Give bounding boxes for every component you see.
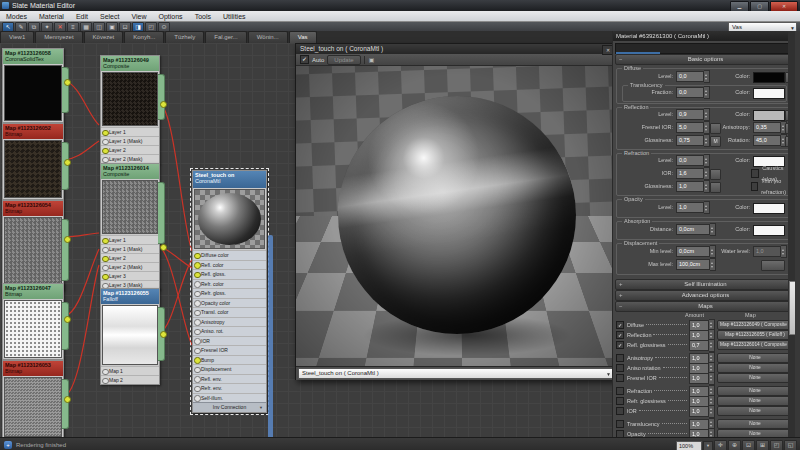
zoom-extents-selected-icon[interactable]: ◰ [770,440,783,450]
menu-utilities[interactable]: Utilities [217,13,252,20]
node-slot[interactable]: Layer 1 (Mask) [101,136,159,145]
output-connector[interactable] [64,159,71,166]
menu-edit[interactable]: Edit [70,13,94,20]
menu-modes[interactable]: Modes [0,13,33,20]
map-slot-button[interactable]: None [717,386,793,396]
output-tab[interactable] [62,219,69,281]
node-bitmap-54[interactable]: Map #1123126054 Bitmap [2,200,64,291]
status-icon[interactable]: + [4,441,12,449]
output-connector[interactable] [160,331,167,338]
tab-kovezet[interactable]: Kövezet [84,31,124,43]
hide-unused-slots-icon[interactable]: ◨ [132,22,144,32]
tab-vas[interactable]: Vas [289,31,317,43]
node-slot[interactable]: Diffuse color [193,250,266,260]
input-connector[interactable] [194,367,201,374]
node-footer-dropdown[interactable]: Inv Connection▼ [193,402,266,412]
spinner[interactable] [704,154,710,167]
reflection-glossiness-field[interactable]: 0,75 [676,136,710,145]
translucency-fraction-field[interactable]: 0,0 [676,88,710,97]
output-tab[interactable] [158,182,165,244]
window-titlebar[interactable]: Slate Material Editor ▁ ▢ ✕ [0,0,800,11]
output-tab[interactable] [158,74,165,120]
zoom-icon[interactable]: ⊕ [728,440,741,450]
translucency-color-swatch[interactable] [753,88,785,99]
panel-scrollbar[interactable] [788,31,795,437]
opacity-color-swatch[interactable] [753,203,785,214]
input-connector[interactable] [194,310,201,317]
map-slot-button[interactable]: None [717,396,793,406]
reflection-color-swatch[interactable] [753,110,785,121]
map-checkbox[interactable] [616,321,624,329]
output-connector[interactable] [160,244,167,251]
input-connector[interactable] [194,253,201,260]
node-slot[interactable]: Refl. env. [193,374,266,384]
input-connector[interactable] [194,395,201,402]
menu-options[interactable]: Options [153,13,189,20]
input-connector[interactable] [194,386,201,393]
opacity-level-field[interactable]: 1,0 [676,203,710,212]
node-coronasolidtex[interactable]: Map #1123126058 CoronaSolidTex [2,48,64,123]
output-connector[interactable] [64,236,71,243]
map-slot-button[interactable]: Map #1123126055 ( Falloff ) [717,330,793,340]
rollout-advanced-options[interactable]: +Advanced options [615,290,796,301]
spinner[interactable] [709,372,715,385]
diffuse-color-swatch[interactable] [753,72,785,83]
caustics-checkbox[interactable] [751,169,759,178]
node-slot[interactable]: Layer 2 (Mask) [101,154,159,163]
output-connector[interactable] [64,396,71,403]
output-tab[interactable] [62,379,69,429]
material-selector-dropdown[interactable]: Steel_touch on ( CoronaMtl ) ▼ [298,368,614,379]
preview-titlebar[interactable]: Steel_touch on ( CoronaMtl ) ✕ [296,44,616,54]
input-connector[interactable] [194,376,201,383]
map-slot-button[interactable]: None [717,363,793,373]
output-tab[interactable] [62,302,69,350]
node-slot[interactable]: Opacity color [193,298,266,308]
refraction-ior-field[interactable]: 1,6 [676,169,710,178]
spinner[interactable] [704,70,710,83]
node-slot[interactable]: Layer 2 (Mask) [101,262,159,271]
node-bitmap-53[interactable]: Map #1123126053 Bitmap [2,360,64,437]
node-bitmap-52[interactable]: Map #1123126052 Bitmap [2,123,64,200]
update-button[interactable]: Update [327,55,360,65]
thin-checkbox[interactable] [751,182,758,191]
map-amount-field[interactable]: 1,0 [689,374,715,383]
rollout-maps[interactable]: −Maps [615,301,796,312]
node-slot[interactable]: Refr. env. [193,383,266,393]
zoom-region-icon[interactable]: ⊡ [742,440,755,450]
map-checkbox[interactable] [616,354,624,362]
render-viewport[interactable] [296,66,616,366]
map-checkbox[interactable] [616,407,624,415]
output-connector[interactable] [160,101,167,108]
zoom-level-field[interactable]: 100% [676,441,702,450]
input-connector[interactable] [194,348,201,355]
pick-material-icon[interactable]: ⧉ [28,22,40,32]
refraction-glossiness-field[interactable]: 1,0 [676,182,710,191]
node-slot[interactable]: Layer 2 [101,145,159,154]
node-falloff-55[interactable]: Map #1123126055 Falloff Map 1 Map 2 [100,288,160,385]
map-slot-button[interactable]: None [717,373,793,383]
node-slot[interactable]: Fresnel IOR [193,345,266,355]
diffuse-level-field[interactable]: 0,0 [676,72,710,81]
node-slot[interactable]: Transl. color [193,307,266,317]
render-options-icon[interactable]: ▣ [368,56,376,64]
node-slot[interactable]: Layer 3 [101,271,159,280]
input-connector[interactable] [194,329,201,336]
node-slot[interactable]: Aniso. rot. [193,326,266,336]
menu-tools[interactable]: Tools [189,13,217,20]
material-id-icon[interactable]: ⊙ [158,22,170,32]
spinner[interactable] [710,258,716,271]
output-tab[interactable] [62,67,69,113]
input-connector[interactable] [194,262,201,269]
node-slot[interactable]: Displacement [193,364,266,374]
node-slot[interactable]: Refr. gloss. [193,288,266,298]
select-icon[interactable]: ↖ [2,22,14,32]
node-slot[interactable]: Layer 1 (Mask) [101,244,159,253]
absorption-distance-field[interactable]: 0,0cm [676,225,716,234]
show-grid-icon[interactable]: ▦ [80,22,92,32]
output-connector[interactable] [64,79,71,86]
map-checkbox[interactable] [616,387,624,395]
input-connector[interactable] [194,272,201,279]
node-slot[interactable]: Refl. color [193,260,266,270]
map-checkbox[interactable] [616,364,624,372]
move-children-icon[interactable]: ≡ [67,22,79,32]
